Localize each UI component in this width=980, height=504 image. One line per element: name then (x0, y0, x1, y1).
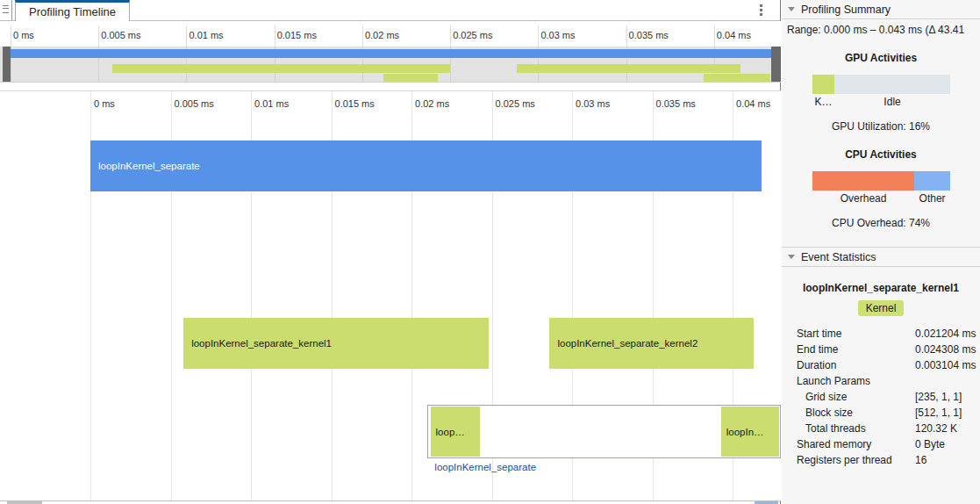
stat-label: Grid size (805, 391, 847, 403)
kebab-menu-icon[interactable] (760, 4, 762, 17)
grip-icon (3, 5, 9, 13)
stat-label: Registers per thread (797, 454, 892, 466)
gpu-activities-title: GPU Activities (782, 52, 980, 64)
stat-row: Launch Params (782, 375, 980, 391)
stat-value: [235, 1, 1] (915, 391, 962, 403)
tick-label: 0.03 ms (576, 98, 610, 109)
legend-label: Idle (883, 96, 900, 108)
tick-label: 0.01 ms (189, 30, 223, 40)
tick-label: 0.03 ms (540, 30, 575, 40)
app-root: Profiling Timeline 0 ms0.005 ms0.01 ms0.… (0, 0, 980, 504)
stat-label: Launch Params (797, 375, 870, 387)
profiling-summary-title: Profiling Summary (801, 4, 891, 16)
tick-label: 0.01 ms (254, 98, 289, 109)
tick-line (362, 25, 363, 47)
range-handle-left[interactable] (3, 47, 11, 82)
timeline-bar[interactable]: loopInKernel_separate_kernel1 (183, 318, 489, 369)
cpu-overhead-text: CPU Overhead: 74% (782, 217, 980, 229)
cpu-activities-bar (812, 171, 950, 191)
tick-label: 0.025 ms (496, 98, 535, 109)
stat-row: Registers per thread16 (782, 454, 980, 470)
stat-row: Start time0.021204 ms (782, 328, 980, 343)
gpu-activities-legend: K…Idle (812, 96, 950, 109)
tick-line (275, 25, 275, 47)
stat-value: 16 (915, 454, 926, 466)
legend-segment (914, 171, 950, 191)
overview-ruler: 0 ms0.005 ms0.01 ms0.015 ms0.02 ms0.025 … (0, 21, 781, 47)
legend-label: K… (815, 96, 833, 108)
stat-label: Start time (797, 328, 841, 340)
overview-cpu-bar (517, 64, 740, 73)
timeline-bar[interactable]: loopIn… (721, 407, 779, 457)
tick-label: 0.015 ms (277, 30, 317, 40)
tick-label: 0.02 ms (415, 98, 449, 109)
legend-segment (834, 75, 950, 94)
gpu-utilization-text: GPU Utilization: 16% (782, 120, 980, 133)
tick-label: 0 ms (13, 30, 34, 40)
summary-panel: Profiling Summary Range: 0.000 ms – 0.04… (782, 0, 980, 504)
timeline-bar[interactable]: loopInKernel_separate (90, 140, 762, 191)
divider (0, 500, 781, 501)
event-statistics-title: Event Statistics (801, 251, 876, 263)
gpu-activities-bar (812, 75, 950, 94)
overview-strip[interactable] (0, 47, 781, 83)
stat-value: 0.024308 ms (915, 343, 976, 356)
overview-gpu-bar (704, 74, 770, 82)
overview-cpu-bar (112, 64, 450, 73)
stat-label: Shared memory (797, 438, 871, 450)
legend-label: Overhead (841, 192, 887, 205)
stat-label: End time (797, 343, 838, 356)
profiling-timeline-panel: Profiling Timeline 0 ms0.005 ms0.01 ms0.… (0, 0, 781, 504)
tick-label: 0 ms (94, 98, 115, 109)
tick-label: 0.02 ms (365, 30, 399, 40)
tick-label: 0.04 ms (736, 98, 770, 109)
stat-value: 0.003104 ms (915, 359, 976, 371)
tick-line (98, 25, 99, 47)
tick-label: 0.035 ms (629, 30, 669, 40)
overview-gpu-bar (383, 74, 438, 82)
timeline-bar[interactable]: loop… (431, 407, 481, 457)
tick-line (538, 25, 539, 47)
tab-label: Profiling Timeline (29, 5, 116, 18)
tick-label: 0.025 ms (453, 30, 492, 40)
legend-label: Other (919, 192, 946, 205)
gpu-selection-label: loopInKernel_separate (434, 462, 536, 472)
cpu-activities-legend: OverheadOther (812, 192, 950, 205)
stat-value: [512, 1, 1] (915, 407, 962, 419)
stat-value: 0.021204 ms (915, 328, 976, 340)
stat-row: Duration0.003104 ms (782, 359, 980, 375)
tab-profiling-timeline[interactable]: Profiling Timeline (15, 0, 130, 21)
event-name: loopInKernel_separate_kernel1 (782, 282, 980, 294)
collapse-triangle-icon (788, 255, 795, 259)
tick-label: 0.005 ms (101, 30, 140, 40)
panel-grip-button[interactable] (0, 0, 12, 20)
range-handle-right[interactable] (771, 47, 781, 82)
stat-row: End time0.024308 ms (782, 343, 980, 359)
stat-label: Duration (797, 359, 836, 371)
event-badge-row: Kernel (782, 300, 980, 316)
tick-line (186, 25, 187, 47)
timeline-bar[interactable]: loopInKernel_separate_kernel2 (549, 318, 753, 369)
gpu-selection-rect[interactable]: loop…loopIn… (427, 405, 781, 458)
kernel-badge: Kernel (858, 300, 905, 316)
range-text: Range: 0.000 ms – 0.043 ms (Δ 43.41 (787, 24, 980, 36)
stat-row: Total threads120.32 K (782, 422, 980, 438)
profiling-summary-header[interactable]: Profiling Summary (782, 0, 980, 19)
tick-label: 0.035 ms (656, 98, 696, 109)
legend-segment (812, 171, 914, 191)
tick-label: 0.04 ms (717, 30, 751, 40)
collapse-triangle-icon (788, 7, 795, 11)
stat-row: Shared memory0 Byte (782, 438, 980, 454)
timeline-plot[interactable]: 0 ms0.005 ms0.01 ms0.015 ms0.02 ms0.025 … (0, 91, 781, 501)
stat-row: Block size[512, 1, 1] (782, 407, 980, 422)
tick-label: 0.015 ms (335, 98, 375, 109)
tick-line (626, 25, 627, 47)
legend-segment (812, 75, 834, 94)
tick-label: 0.005 ms (175, 98, 214, 109)
event-statistics-header[interactable]: Event Statistics (782, 247, 980, 267)
stat-value: 0 Byte (915, 438, 945, 450)
tick-line (11, 25, 11, 47)
event-stats-list: Start time0.021204 msEnd time0.024308 ms… (782, 328, 980, 470)
stat-label: Block size (805, 407, 853, 419)
cpu-activities-title: CPU Activities (782, 148, 980, 161)
